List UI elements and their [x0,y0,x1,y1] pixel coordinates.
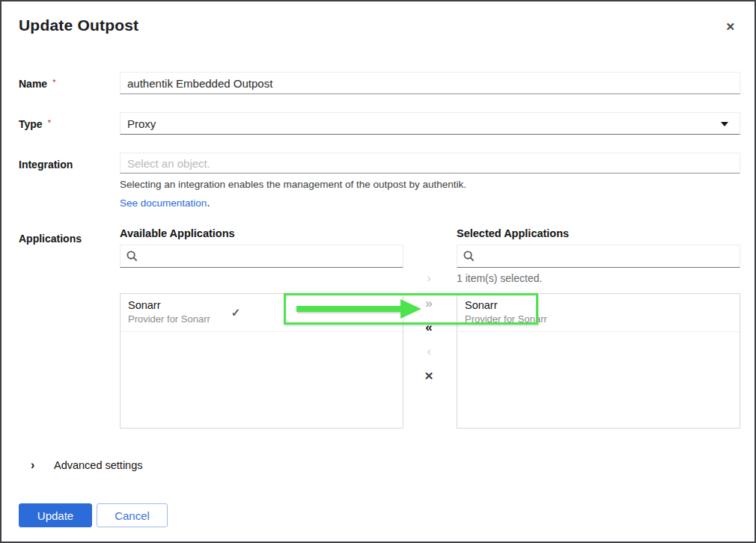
applications-label: Applications [19,233,82,245]
clear-selection-button[interactable]: ✕ [419,370,439,381]
update-button[interactable]: Update [19,503,92,527]
page-title: Update Outpost [19,16,138,34]
type-required-marker: * [48,118,51,127]
selected-list-item-sonarr[interactable]: Sonarr Provider for Sonarr [457,294,740,332]
integration-input[interactable] [120,153,740,174]
move-right-button[interactable]: › [419,272,439,284]
available-search-box [120,245,403,268]
see-documentation-link[interactable]: See documentation [120,197,207,209]
available-item-texts: Sonarr Provider for Sonarr [128,298,210,326]
selected-applications-list: Sonarr Provider for Sonarr [457,293,740,429]
selected-item-texts: Sonarr Provider for Sonarr [465,298,547,326]
name-label-row: Name* [19,77,55,90]
integration-label: Integration [19,159,73,171]
selected-search-box [457,245,740,268]
search-icon [463,251,475,262]
type-select[interactable]: Proxy [120,112,740,135]
doc-link-period: . [207,196,210,209]
selected-count-status: 1 item(s) selected. [457,272,542,284]
cancel-button[interactable]: Cancel [97,503,168,527]
available-applications-list: Sonarr Provider for Sonarr ✓ [120,293,403,429]
available-item-subtitle: Provider for Sonarr [128,313,210,326]
available-list-item-sonarr[interactable]: Sonarr Provider for Sonarr ✓ [121,294,403,332]
advanced-settings-toggle[interactable]: Advanced settings [54,459,143,471]
available-applications-header: Available Applications [120,227,235,239]
selected-search-input[interactable] [480,251,734,263]
move-all-left-button[interactable]: « [419,321,439,334]
annotation-arrow-head-icon [400,299,421,319]
type-select-value: Proxy [127,117,156,130]
name-required-marker: * [52,78,55,87]
available-search-input[interactable] [143,251,397,263]
selected-item-title: Sonarr [465,298,547,313]
move-all-right-button[interactable]: » [419,297,439,310]
chevron-right-icon[interactable]: › [31,458,34,472]
type-label-row: Type* [19,117,51,131]
available-item-title: Sonarr [128,298,210,313]
type-label: Type [19,118,43,130]
selected-applications-header: Selected Applications [457,227,569,239]
integration-doc-row: See documentation. [120,196,210,209]
close-icon[interactable]: ✕ [725,21,735,32]
move-left-button[interactable]: ‹ [419,345,439,358]
selected-item-subtitle: Provider for Sonarr [465,313,547,326]
update-outpost-modal: Update Outpost ✕ Name* Type* Proxy Integ… [0,0,756,543]
name-label: Name [19,78,47,90]
name-input[interactable] [120,72,740,94]
check-icon: ✓ [231,306,241,319]
integration-help-text: Selecting an integration enables the man… [120,179,466,190]
search-icon [126,251,138,262]
chevron-down-icon [721,122,728,126]
